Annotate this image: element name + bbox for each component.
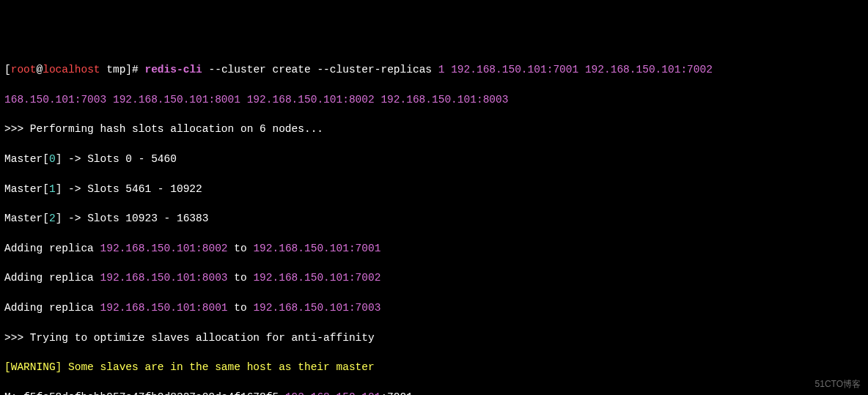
node-2: 192.168.150.101:7002 bbox=[585, 64, 719, 75]
label: Adding replica bbox=[4, 272, 100, 284]
dest: 192.168.150.101:7003 bbox=[253, 302, 380, 314]
node-5: 192.168.150.101:8002 bbox=[247, 94, 375, 106]
label: Master[ bbox=[4, 213, 49, 224]
command-exe: redis-cli bbox=[144, 64, 202, 75]
source: 192.168.150.101:8003 bbox=[100, 272, 228, 284]
prompt-close: ]# bbox=[125, 64, 144, 75]
output-add-replica-2: Adding replica 192.168.150.101:8003 to 1… bbox=[4, 270, 864, 285]
label: Master[ bbox=[4, 153, 49, 165]
node-3: 168.150.101:7003 bbox=[4, 94, 106, 106]
slots: ] -> Slots 10923 - 16383 bbox=[56, 213, 209, 224]
index: 2 bbox=[49, 213, 56, 224]
output-warning: [WARNING] Some slaves are in the same ho… bbox=[4, 360, 864, 374]
to: to bbox=[228, 302, 254, 314]
prompt-user: root bbox=[11, 64, 37, 75]
ip: 192.168.150.101 bbox=[285, 391, 381, 395]
slots: ] -> Slots 0 - 5460 bbox=[56, 153, 177, 165]
node-master-1: M: f5fc58defbebb957e47fb0d8327a09dc4f167… bbox=[4, 390, 864, 395]
output-master-0: Master[0] -> Slots 0 - 5460 bbox=[4, 152, 864, 166]
output-optimize: >>> Trying to optimize slaves allocation… bbox=[4, 331, 864, 345]
node-6: 192.168.150.101:8003 bbox=[380, 94, 508, 106]
port: :7001 bbox=[380, 391, 413, 395]
terminal[interactable]: [root@localhost tmp]# redis-cli --cluste… bbox=[4, 62, 864, 77]
output-add-replica-3: Adding replica 192.168.150.101:8001 to 1… bbox=[4, 300, 864, 315]
label: Adding replica bbox=[4, 302, 100, 314]
dest: 192.168.150.101:7001 bbox=[253, 243, 380, 254]
source: 192.168.150.101:8002 bbox=[100, 243, 228, 254]
source: 192.168.150.101:8001 bbox=[100, 302, 228, 314]
to: to bbox=[228, 243, 254, 254]
role: M: bbox=[4, 391, 23, 395]
to: to bbox=[228, 272, 254, 284]
node-1: 192.168.150.101:7001 bbox=[451, 64, 578, 75]
output-master-2: Master[2] -> Slots 10923 - 16383 bbox=[4, 211, 864, 226]
slots: ] -> Slots 5461 - 10922 bbox=[56, 183, 202, 195]
sp bbox=[240, 94, 247, 106]
hash: f5fc58defbebb957e47fb0d8327a09dc4f1678f5 bbox=[23, 391, 285, 395]
command-wrap: 168.150.101:7003 192.168.150.101:8001 19… bbox=[4, 92, 864, 107]
prompt-open: [ bbox=[4, 64, 11, 75]
prompt-dir: tmp bbox=[100, 64, 126, 75]
index: 0 bbox=[49, 153, 56, 165]
index: 1 bbox=[49, 183, 56, 195]
command-args: --cluster create --cluster-replicas bbox=[202, 64, 438, 75]
sp bbox=[444, 64, 451, 75]
label: Adding replica bbox=[4, 243, 100, 254]
sp bbox=[578, 64, 585, 75]
sp bbox=[106, 94, 113, 106]
output-master-1: Master[1] -> Slots 5461 - 10922 bbox=[4, 182, 864, 196]
prompt-at: @ bbox=[37, 64, 43, 75]
label: Master[ bbox=[4, 183, 49, 195]
dest: 192.168.150.101:7002 bbox=[253, 272, 380, 284]
output-performing: >>> Performing hash slots allocation on … bbox=[4, 122, 864, 136]
node-4: 192.168.150.101:8001 bbox=[113, 94, 240, 106]
prompt-host: localhost bbox=[43, 64, 100, 75]
output-add-replica-1: Adding replica 192.168.150.101:8002 to 1… bbox=[4, 241, 864, 256]
watermark: 51CTO博客 bbox=[815, 378, 861, 391]
